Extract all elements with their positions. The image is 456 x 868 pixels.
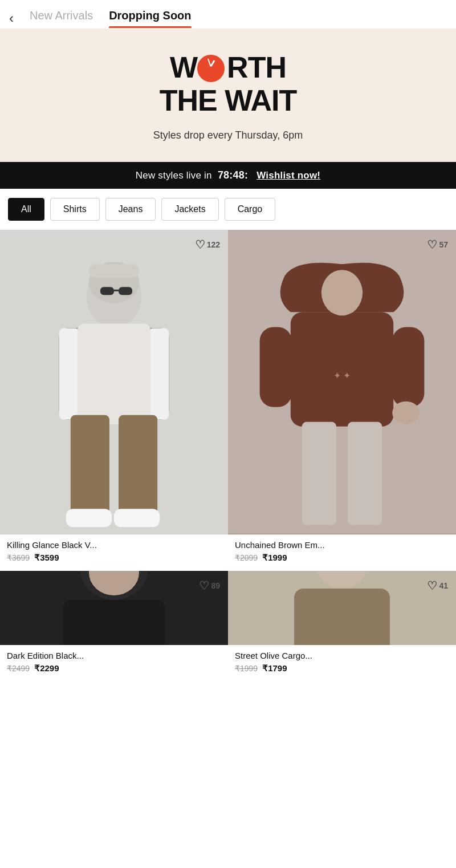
product-image: ✦ ✦ ♡ 57 (228, 230, 456, 534)
wishlist-badge[interactable]: ♡ 57 (427, 238, 448, 252)
product-card[interactable]: ♡ 122 Killing Glance Black V... ₹3699 ₹3… (0, 230, 228, 570)
product-name: Street Olive Cargo... (235, 651, 449, 660)
svg-rect-24 (348, 422, 382, 525)
product-info: Killing Glance Black V... ₹3699 ₹3599 (0, 534, 228, 571)
svg-rect-21 (260, 327, 292, 407)
svg-rect-9 (114, 509, 160, 528)
product-name: Dark Edition Black... (7, 651, 221, 660)
product-prices: ₹3699 ₹3599 (7, 553, 221, 563)
original-price: ₹3699 (7, 553, 30, 562)
product-prices: ₹1999 ₹1799 (235, 663, 449, 674)
svg-rect-22 (392, 327, 424, 407)
heart-icon: ♡ (427, 579, 437, 593)
product-info: Street Olive Cargo... ₹1999 ₹1799 (228, 645, 456, 682)
product-grid: ♡ 122 Killing Glance Black V... ₹3699 ₹3… (0, 230, 456, 681)
product-image: ♡ 122 (0, 230, 228, 534)
sale-price: ₹1999 (262, 553, 287, 563)
svg-rect-7 (119, 415, 157, 516)
product-info: Dark Edition Black... ₹2499 ₹2299 (0, 645, 228, 682)
countdown-suffix (251, 170, 254, 181)
countdown-timer: 78:48: (215, 169, 251, 181)
product-card[interactable]: ♡ 89 Dark Edition Black... ₹2499 ₹2299 (0, 571, 228, 682)
wishlist-badge[interactable]: ♡ 122 (195, 238, 220, 252)
wishlist-count: 122 (207, 240, 220, 249)
wishlist-link[interactable]: Wishlist now! (256, 170, 320, 181)
product-card[interactable]: ✦ ✦ ♡ 57 Unchained Brown Em... ₹2099 ₹19… (228, 230, 456, 570)
wishlist-count: 89 (211, 581, 220, 590)
svg-rect-3 (59, 328, 80, 420)
svg-rect-19 (291, 313, 393, 427)
svg-rect-35 (294, 589, 390, 645)
svg-rect-23 (302, 422, 336, 525)
original-price: ₹2499 (7, 664, 30, 673)
back-button[interactable]: ‹ (9, 8, 18, 29)
svg-point-20 (321, 270, 363, 316)
tab-bar: New Arrivals Dropping Soon (30, 9, 447, 28)
heart-icon: ♡ (195, 238, 205, 252)
heart-icon: ♡ (199, 579, 209, 593)
hero-title: W RTH THE WAIT (11, 51, 445, 117)
product-name: Killing Glance Black V... (7, 540, 221, 550)
filter-cargo[interactable]: Cargo (225, 198, 276, 221)
wishlist-count: 57 (439, 240, 448, 249)
svg-rect-13 (119, 287, 132, 295)
svg-text:✦ ✦: ✦ ✦ (333, 370, 351, 380)
product-prices: ₹2099 ₹1999 (235, 553, 449, 563)
filter-shirts[interactable]: Shirts (50, 198, 100, 221)
product-image: ♡ 89 (0, 571, 228, 645)
clock-icon (197, 55, 227, 84)
svg-rect-6 (71, 415, 109, 516)
product-info: Unchained Brown Em... ₹2099 ₹1999 (228, 534, 456, 571)
filter-all[interactable]: All (8, 198, 44, 221)
header: ‹ New Arrivals Dropping Soon (0, 0, 456, 29)
product-name: Unchained Brown Em... (235, 540, 449, 550)
wishlist-badge[interactable]: ♡ 41 (427, 579, 448, 593)
svg-rect-12 (100, 287, 114, 295)
filter-jackets[interactable]: Jackets (161, 198, 218, 221)
countdown-prefix: New styles live in (136, 170, 212, 181)
sale-price: ₹2299 (34, 663, 59, 674)
original-price: ₹1999 (235, 664, 258, 673)
filter-bar: All Shirts Jeans Jackets Cargo (0, 189, 456, 230)
tab-new-arrivals[interactable]: New Arrivals (30, 9, 93, 28)
svg-point-25 (392, 401, 420, 424)
heart-icon: ♡ (427, 238, 437, 252)
sale-price: ₹1799 (262, 663, 287, 674)
svg-rect-32 (63, 600, 165, 645)
wishlist-count: 41 (439, 581, 448, 590)
sale-price: ₹3599 (34, 553, 59, 563)
svg-rect-11 (89, 265, 139, 278)
wishlist-badge[interactable]: ♡ 89 (199, 579, 220, 593)
filter-jeans[interactable]: Jeans (105, 198, 156, 221)
tab-dropping-soon[interactable]: Dropping Soon (109, 9, 191, 28)
product-image: ♡ 41 (228, 571, 456, 645)
svg-rect-5 (78, 324, 150, 424)
svg-rect-4 (148, 328, 169, 420)
hero-banner: W RTH THE WAIT Styles drop every Thursda… (0, 29, 456, 162)
original-price: ₹2099 (235, 553, 258, 562)
hero-subtitle: Styles drop every Thursday, 6pm (11, 129, 445, 141)
product-card[interactable]: ♡ 41 Street Olive Cargo... ₹1999 ₹1799 (228, 571, 456, 682)
product-prices: ₹2499 ₹2299 (7, 663, 221, 674)
countdown-bar: New styles live in 78:48: Wishlist now! (0, 162, 456, 189)
svg-rect-8 (66, 509, 112, 528)
